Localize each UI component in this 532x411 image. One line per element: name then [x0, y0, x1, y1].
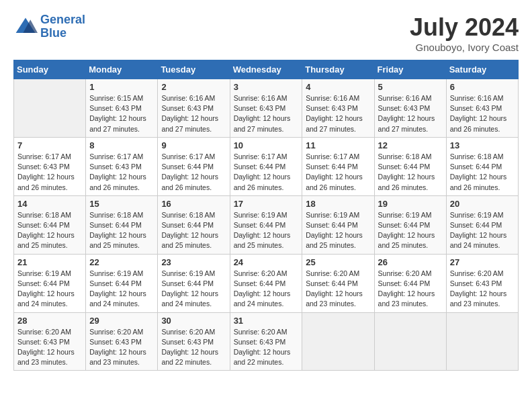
- week-row-3: 14Sunrise: 6:18 AMSunset: 6:44 PMDayligh…: [14, 195, 519, 254]
- day-header-saturday: Saturday: [446, 60, 518, 79]
- day-number: 4: [306, 82, 370, 92]
- day-info: Sunrise: 6:19 AMSunset: 6:44 PMDaylight:…: [161, 269, 226, 310]
- day-number: 2: [161, 82, 226, 92]
- day-number: 12: [378, 140, 443, 150]
- calendar-cell: 1Sunrise: 6:15 AMSunset: 6:43 PMDaylight…: [86, 79, 158, 138]
- calendar-cell: 3Sunrise: 6:16 AMSunset: 6:43 PMDaylight…: [230, 79, 302, 138]
- day-number: 20: [450, 199, 515, 209]
- calendar-cell: 20Sunrise: 6:19 AMSunset: 6:44 PMDayligh…: [446, 195, 518, 254]
- day-info: Sunrise: 6:17 AMSunset: 6:43 PMDaylight:…: [17, 152, 82, 193]
- calendar-cell: 16Sunrise: 6:18 AMSunset: 6:44 PMDayligh…: [158, 195, 230, 254]
- month-title: July 2024: [410, 13, 519, 42]
- day-info: Sunrise: 6:17 AMSunset: 6:44 PMDaylight:…: [306, 152, 370, 193]
- day-number: 29: [89, 316, 154, 326]
- calendar-cell: 2Sunrise: 6:16 AMSunset: 6:43 PMDaylight…: [158, 79, 230, 138]
- day-info: Sunrise: 6:20 AMSunset: 6:43 PMDaylight:…: [89, 327, 154, 368]
- logo-line2: Blue: [40, 26, 66, 40]
- calendar-cell: 28Sunrise: 6:20 AMSunset: 6:43 PMDayligh…: [14, 312, 86, 371]
- day-info: Sunrise: 6:19 AMSunset: 6:44 PMDaylight:…: [306, 210, 370, 251]
- day-info: Sunrise: 6:20 AMSunset: 6:43 PMDaylight:…: [450, 269, 515, 310]
- day-number: 15: [89, 199, 154, 209]
- day-info: Sunrise: 6:19 AMSunset: 6:44 PMDaylight:…: [17, 269, 82, 310]
- day-number: 7: [17, 140, 82, 150]
- day-header-sunday: Sunday: [14, 60, 86, 79]
- calendar-cell: [374, 312, 446, 371]
- calendar-cell: 6Sunrise: 6:16 AMSunset: 6:43 PMDaylight…: [446, 79, 518, 138]
- day-header-monday: Monday: [86, 60, 158, 79]
- calendar-cell: 31Sunrise: 6:20 AMSunset: 6:43 PMDayligh…: [230, 312, 302, 371]
- day-header-thursday: Thursday: [302, 60, 374, 79]
- day-info: Sunrise: 6:20 AMSunset: 6:43 PMDaylight:…: [161, 327, 226, 368]
- calendar-cell: 5Sunrise: 6:16 AMSunset: 6:43 PMDaylight…: [374, 79, 446, 138]
- calendar-cell: 14Sunrise: 6:18 AMSunset: 6:44 PMDayligh…: [14, 195, 86, 254]
- day-info: Sunrise: 6:18 AMSunset: 6:44 PMDaylight:…: [89, 210, 154, 251]
- day-header-friday: Friday: [374, 60, 446, 79]
- day-info: Sunrise: 6:16 AMSunset: 6:43 PMDaylight:…: [234, 93, 299, 134]
- day-header-wednesday: Wednesday: [230, 60, 302, 79]
- day-info: Sunrise: 6:20 AMSunset: 6:44 PMDaylight:…: [306, 269, 370, 310]
- calendar-cell: 22Sunrise: 6:19 AMSunset: 6:44 PMDayligh…: [86, 254, 158, 312]
- day-number: 28: [17, 316, 82, 326]
- day-number: 10: [234, 140, 299, 150]
- day-info: Sunrise: 6:17 AMSunset: 6:44 PMDaylight:…: [161, 152, 226, 193]
- day-number: 14: [17, 199, 82, 209]
- day-number: 11: [306, 140, 370, 150]
- title-block: July 2024 Gnouboyo, Ivory Coast: [410, 13, 519, 53]
- day-info: Sunrise: 6:19 AMSunset: 6:44 PMDaylight:…: [378, 210, 443, 251]
- day-info: Sunrise: 6:16 AMSunset: 6:43 PMDaylight:…: [378, 93, 443, 134]
- calendar-cell: 13Sunrise: 6:18 AMSunset: 6:44 PMDayligh…: [446, 137, 518, 195]
- day-number: 23: [161, 257, 226, 267]
- calendar-cell: 26Sunrise: 6:20 AMSunset: 6:44 PMDayligh…: [374, 254, 446, 312]
- day-number: 3: [234, 82, 299, 92]
- days-header-row: SundayMondayTuesdayWednesdayThursdayFrid…: [14, 60, 519, 79]
- calendar-cell: 29Sunrise: 6:20 AMSunset: 6:43 PMDayligh…: [86, 312, 158, 371]
- calendar-cell: 18Sunrise: 6:19 AMSunset: 6:44 PMDayligh…: [302, 195, 374, 254]
- logo: General Blue: [13, 13, 85, 40]
- day-info: Sunrise: 6:19 AMSunset: 6:44 PMDaylight:…: [89, 269, 154, 310]
- week-row-2: 7Sunrise: 6:17 AMSunset: 6:43 PMDaylight…: [14, 137, 519, 195]
- day-info: Sunrise: 6:16 AMSunset: 6:43 PMDaylight:…: [161, 93, 226, 134]
- day-number: 26: [378, 257, 443, 267]
- calendar-table: SundayMondayTuesdayWednesdayThursdayFrid…: [13, 60, 519, 371]
- calendar-cell: 19Sunrise: 6:19 AMSunset: 6:44 PMDayligh…: [374, 195, 446, 254]
- calendar-cell: 15Sunrise: 6:18 AMSunset: 6:44 PMDayligh…: [86, 195, 158, 254]
- day-info: Sunrise: 6:16 AMSunset: 6:43 PMDaylight:…: [450, 93, 515, 134]
- day-number: 16: [161, 199, 226, 209]
- calendar-cell: 12Sunrise: 6:18 AMSunset: 6:44 PMDayligh…: [374, 137, 446, 195]
- calendar-cell: 30Sunrise: 6:20 AMSunset: 6:43 PMDayligh…: [158, 312, 230, 371]
- day-number: 25: [306, 257, 370, 267]
- calendar-cell: 4Sunrise: 6:16 AMSunset: 6:43 PMDaylight…: [302, 79, 374, 138]
- calendar-cell: 11Sunrise: 6:17 AMSunset: 6:44 PMDayligh…: [302, 137, 374, 195]
- day-info: Sunrise: 6:18 AMSunset: 6:44 PMDaylight:…: [161, 210, 226, 251]
- day-info: Sunrise: 6:20 AMSunset: 6:44 PMDaylight:…: [234, 269, 299, 310]
- calendar-cell: 24Sunrise: 6:20 AMSunset: 6:44 PMDayligh…: [230, 254, 302, 312]
- week-row-4: 21Sunrise: 6:19 AMSunset: 6:44 PMDayligh…: [14, 254, 519, 312]
- day-number: 31: [234, 316, 299, 326]
- day-number: 21: [17, 257, 82, 267]
- day-number: 22: [89, 257, 154, 267]
- day-number: 1: [89, 82, 154, 92]
- day-info: Sunrise: 6:20 AMSunset: 6:44 PMDaylight:…: [378, 269, 443, 310]
- day-number: 5: [378, 82, 443, 92]
- location: Gnouboyo, Ivory Coast: [410, 42, 519, 53]
- day-number: 6: [450, 82, 515, 92]
- day-number: 24: [234, 257, 299, 267]
- day-number: 9: [161, 140, 226, 150]
- calendar-cell: 7Sunrise: 6:17 AMSunset: 6:43 PMDaylight…: [14, 137, 86, 195]
- day-info: Sunrise: 6:19 AMSunset: 6:44 PMDaylight:…: [234, 210, 299, 251]
- logo-line1: General: [40, 13, 85, 26]
- day-number: 8: [89, 140, 154, 150]
- week-row-1: 1Sunrise: 6:15 AMSunset: 6:43 PMDaylight…: [14, 79, 519, 138]
- week-row-5: 28Sunrise: 6:20 AMSunset: 6:43 PMDayligh…: [14, 312, 519, 371]
- calendar-cell: 9Sunrise: 6:17 AMSunset: 6:44 PMDaylight…: [158, 137, 230, 195]
- day-number: 19: [378, 199, 443, 209]
- calendar-cell: [446, 312, 518, 371]
- day-info: Sunrise: 6:18 AMSunset: 6:44 PMDaylight:…: [17, 210, 82, 251]
- calendar-cell: 17Sunrise: 6:19 AMSunset: 6:44 PMDayligh…: [230, 195, 302, 254]
- calendar-cell: 27Sunrise: 6:20 AMSunset: 6:43 PMDayligh…: [446, 254, 518, 312]
- day-info: Sunrise: 6:16 AMSunset: 6:43 PMDaylight:…: [306, 93, 370, 134]
- day-header-tuesday: Tuesday: [158, 60, 230, 79]
- calendar-cell: 10Sunrise: 6:17 AMSunset: 6:44 PMDayligh…: [230, 137, 302, 195]
- day-number: 17: [234, 199, 299, 209]
- day-number: 13: [450, 140, 515, 150]
